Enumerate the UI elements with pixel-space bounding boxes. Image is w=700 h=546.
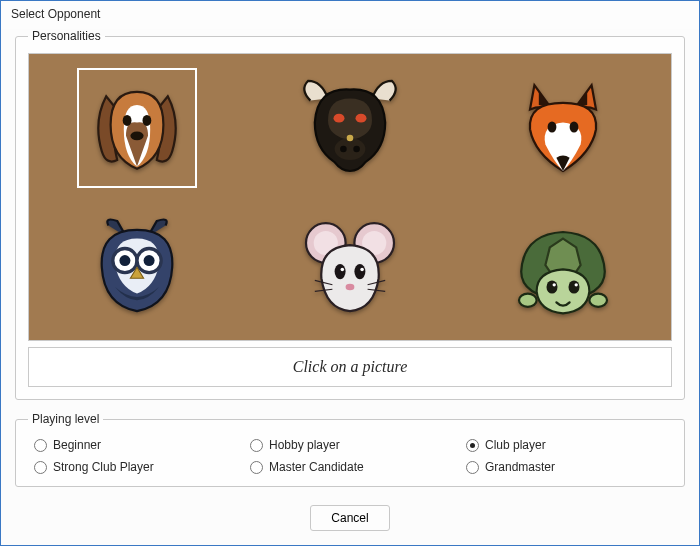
svg-point-8 [347,134,354,141]
level-radio-hobby[interactable] [250,439,263,452]
level-label: Hobby player [269,438,340,452]
turtle-icon [508,210,618,323]
window-title: Select Opponent [1,1,699,29]
level-radio-club[interactable] [466,439,479,452]
dog-icon [82,72,192,185]
level-radio-beginner[interactable] [34,439,47,452]
svg-point-3 [333,113,344,122]
svg-point-28 [546,280,557,293]
svg-point-32 [519,293,537,306]
svg-point-7 [353,145,360,152]
fox-icon [508,72,618,185]
playing-level-legend: Playing level [28,412,103,426]
owl-icon [82,210,192,323]
playing-level-group: Playing level Beginner Hobby player Club… [15,412,685,487]
personality-gallery [28,53,672,341]
svg-point-10 [569,121,578,132]
level-label: Beginner [53,438,101,452]
level-radio-grandmaster[interactable] [466,461,479,474]
svg-point-5 [335,138,366,160]
svg-point-30 [552,283,555,286]
svg-point-2 [131,131,144,140]
svg-point-9 [547,121,556,132]
bull-icon [295,72,405,185]
level-label: Club player [485,438,546,452]
svg-point-22 [360,267,364,271]
level-option-grandmaster[interactable]: Grandmaster [466,460,666,474]
personality-dog[interactable] [77,68,197,188]
svg-point-21 [341,267,345,271]
personality-hint: Click on a picture [28,347,672,387]
level-option-club[interactable]: Club player [466,438,666,452]
personality-mouse[interactable] [290,206,410,326]
level-label: Grandmaster [485,460,555,474]
level-option-strong-club[interactable]: Strong Club Player [34,460,234,474]
mouse-icon [295,210,405,323]
svg-point-0 [123,114,132,125]
personalities-legend: Personalities [28,29,105,43]
level-option-hobby[interactable]: Hobby player [250,438,450,452]
level-label: Master Candidate [269,460,364,474]
svg-point-20 [354,263,365,278]
svg-point-31 [574,283,577,286]
personality-owl[interactable] [77,206,197,326]
dialog-buttons: Cancel [1,499,699,543]
personalities-group: Personalities [15,29,685,400]
svg-point-29 [568,280,579,293]
svg-point-14 [144,255,155,266]
level-option-beginner[interactable]: Beginner [34,438,234,452]
svg-point-4 [355,113,366,122]
cancel-button[interactable]: Cancel [310,505,389,531]
svg-point-6 [340,145,347,152]
level-radio-strong-club[interactable] [34,461,47,474]
personality-turtle[interactable] [503,206,623,326]
level-label: Strong Club Player [53,460,154,474]
svg-point-33 [589,293,607,306]
level-radio-master-candidate[interactable] [250,461,263,474]
personality-bull[interactable] [290,68,410,188]
level-option-master-candidate[interactable]: Master Candidate [250,460,450,474]
svg-point-13 [120,255,131,266]
svg-point-1 [143,114,152,125]
personality-fox[interactable] [503,68,623,188]
svg-point-23 [346,283,355,290]
svg-point-19 [335,263,346,278]
